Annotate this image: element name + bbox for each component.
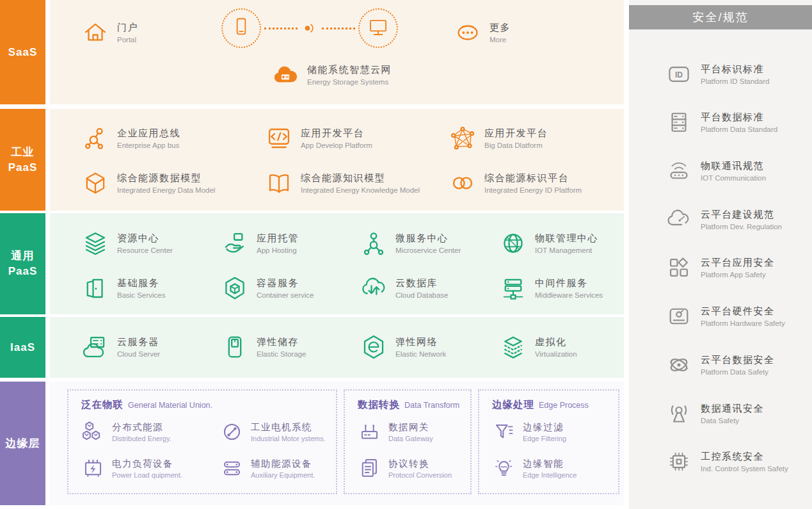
power-load-icon <box>81 456 105 480</box>
item-label-zh: 中间件服务 <box>535 277 603 289</box>
item-virtualization: 虚拟化Virtualization <box>500 334 624 360</box>
item-label-zh: 工控系统安全 <box>701 451 788 463</box>
item-iot-management: 物联管理中心IOT Management <box>500 230 624 257</box>
iot-router-icon <box>666 158 692 184</box>
item-more: 更多More <box>454 19 511 46</box>
layer-grid-general-paas: 资源中心Resource Center应用托管App Hosting微服务中心M… <box>50 213 624 302</box>
app-bus-icon <box>82 125 109 152</box>
item-label-zh: 工业电机系统 <box>251 421 326 433</box>
virtualization-icon <box>500 334 527 360</box>
item-label-en: Industrial Motor ystems. <box>251 435 326 442</box>
dotted-line <box>322 28 355 29</box>
layers-icon <box>82 230 109 257</box>
item-label-en: Platform App Safety <box>701 271 775 279</box>
item-label-en: Ind. Control System Safety <box>701 465 788 473</box>
edge-group-title: 边缘处理Edge Process <box>492 398 618 412</box>
globe-icon <box>500 230 527 257</box>
item-label-zh: 平台数据标准 <box>701 111 777 124</box>
edge-group-title: 泛在物联General Material Union. <box>81 398 336 412</box>
item-label-zh: 物联通讯规范 <box>701 160 766 172</box>
item-label-en: Microservice Center <box>395 246 461 254</box>
rail-label-line: 通用 <box>12 248 35 264</box>
item-label-en: Middleware Services <box>535 291 603 299</box>
item-elastic-storage: 弹性储存Elastic Storage <box>221 334 360 360</box>
item-label-zh: 平台标识标准 <box>701 63 769 76</box>
item-label-en: Data Gateway <box>388 435 433 442</box>
item-label-zh: 虚拟化 <box>535 336 577 348</box>
rail-label-line: 工业 <box>12 145 35 160</box>
layer-grid-iaas: 云服务器Cloud Server弹性储存Elastic Storage弹性网络E… <box>50 317 624 360</box>
item-label-zh: 云平台应用安全 <box>701 257 775 269</box>
item-label-en: Big Data Dlatform <box>484 141 548 149</box>
item-data-gateway: 数据网关Data Gateway <box>358 420 470 444</box>
item-label-zh: 边缘过滤 <box>523 421 566 433</box>
network-graph-icon <box>449 125 476 152</box>
funnel-icon <box>492 420 516 444</box>
security-sidebar: 安全/规范 ID平台标识标准Platform ID Standard平台数据标准… <box>629 0 812 509</box>
item-label-en: Edge Filtering <box>523 435 566 442</box>
item-label-zh: 辅助能源设备 <box>251 458 315 470</box>
layer-rail: SaaS工业PaaS通用PaaSIaaS边缘层 <box>0 0 45 509</box>
layer-row-general-paas: 资源中心Resource Center应用托管App Hosting微服务中心M… <box>50 213 624 314</box>
item-platform-dev-regulation: 云平台建设规范Platform Dev. Regulation <box>666 207 812 232</box>
layer-row-edge: 泛在物联General Material Union.分布式能源Distribu… <box>50 382 624 505</box>
more-icon <box>454 19 481 46</box>
item-label-zh: 基础服务 <box>117 277 165 289</box>
motor-icon <box>220 420 244 444</box>
item-platform-app-safety: 云平台应用安全Platform App Safety <box>666 255 812 280</box>
cloud-battery-icon <box>272 61 299 88</box>
item-label-en: Platform Dev. Regulation <box>701 223 782 230</box>
item-edge-intelligence: 边缘智能Edge Intelligence <box>492 456 618 480</box>
rail-label-1: 工业PaaS <box>0 109 45 211</box>
item-power-load-equipment: 电力负荷设备Power Load quipment. <box>81 456 220 480</box>
item-label-zh: 门户 <box>117 22 138 34</box>
gateway-icon <box>358 420 381 444</box>
edge-group-title-en: Data Transform <box>404 401 459 410</box>
rail-label-0: SaaS <box>0 0 45 104</box>
item-middleware-services: 中间件服务Middleware Services <box>500 275 624 302</box>
dotted-line <box>264 28 298 29</box>
item-label-en: Platform Hardware Safety <box>701 319 785 327</box>
layer-grid-industrial-paas: 企业应用总线Enterprise App bus应用开发平台App Develo… <box>50 109 624 197</box>
item-energy-storage: 储能系统智慧云网Energy Storage Systems <box>272 61 392 88</box>
rail-label-line: PaaS <box>8 160 38 175</box>
item-label-zh: 更多 <box>490 22 511 34</box>
item-label-zh: 企业应用总线 <box>117 127 180 140</box>
item-enterprise-app-bus: 企业应用总线Enterprise App bus <box>82 125 266 152</box>
item-label-zh: 弹性储存 <box>257 336 306 348</box>
edge-group-items: 分布式能源Distributed Energy.工业电机系统Industrial… <box>68 420 336 480</box>
item-label-zh: 储能系统智慧云网 <box>307 64 392 76</box>
hex-cube-icon <box>221 275 248 302</box>
hand-app-icon <box>221 230 248 257</box>
item-label-zh: 边缘智能 <box>523 458 577 470</box>
svg-text:ID: ID <box>675 70 683 79</box>
item-label-zh: 应用托管 <box>257 232 299 245</box>
antenna-icon <box>666 401 692 426</box>
hexagons-icon <box>81 420 105 444</box>
middleware-icon <box>500 275 527 302</box>
dotted-circle <box>358 8 398 48</box>
item-label-zh: 综合能源数据模型 <box>117 172 215 184</box>
rail-label-3: IaaS <box>0 317 45 378</box>
item-label-en: Elastic Network <box>395 350 446 358</box>
item-label-en: Portal <box>117 36 138 44</box>
item-cloud-database: 云数据库Cloud Database <box>360 275 500 302</box>
edge-group-items: 边缘过滤Edge Filtering边缘智能Edge Intelligence <box>479 420 618 480</box>
elastic-storage-icon <box>221 334 248 360</box>
item-label-zh: 数据网关 <box>388 421 433 433</box>
item-platform-hardware-safety: 云平台硬件安全Platform Hardware Safety <box>666 303 812 329</box>
item-label-zh: 应用开发平台 <box>301 127 372 140</box>
item-label-zh: 云平台建设规范 <box>701 209 782 221</box>
item-label-zh: 电力负荷设备 <box>112 458 182 470</box>
item-auxiliary-equipment: 辅助能源设备Auxiliary Equipment. <box>220 456 336 480</box>
device-link-connector <box>221 8 398 48</box>
item-label-zh: 综合能源知识模型 <box>301 172 420 184</box>
item-industrial-motor-systems: 工业电机系统Industrial Motor ystems. <box>220 420 336 444</box>
cube-icon <box>82 170 109 197</box>
item-label-en: Data Safety <box>701 417 764 424</box>
cloud-server-icon <box>82 334 109 360</box>
item-label-en: Platform ID Standard <box>701 77 769 85</box>
door-icon <box>82 275 109 302</box>
edge-group-title-en: Edge Process <box>539 401 589 410</box>
book-icon <box>266 170 292 197</box>
